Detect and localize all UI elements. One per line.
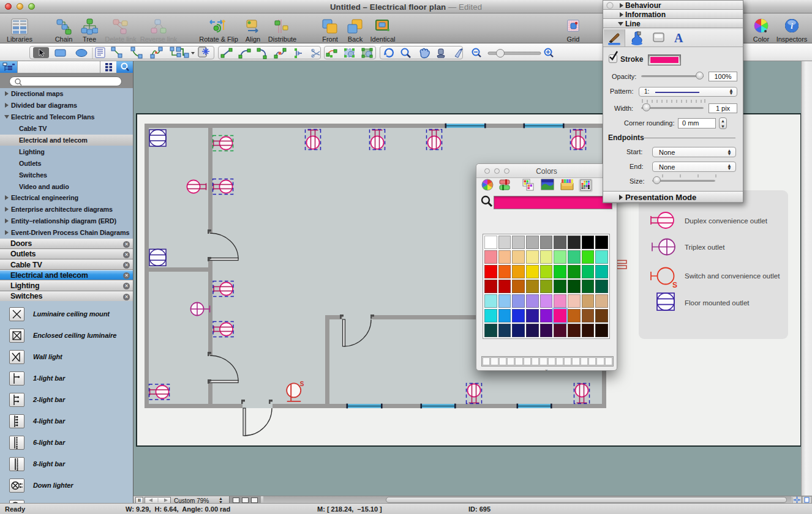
- svg-text:i: i: [791, 21, 793, 31]
- svg-text:A: A: [674, 31, 683, 45]
- svg-text:Duplex convenience outlet: Duplex convenience outlet: [685, 217, 768, 225]
- svg-text:Floor mounted outlet: Floor mounted outlet: [685, 299, 750, 307]
- svg-text:Triplex outlet: Triplex outlet: [685, 244, 725, 251]
- svg-text:Switch and convenience outlet: Switch and convenience outlet: [685, 272, 780, 280]
- svg-text:S: S: [672, 281, 677, 289]
- svg-text:S: S: [300, 381, 304, 387]
